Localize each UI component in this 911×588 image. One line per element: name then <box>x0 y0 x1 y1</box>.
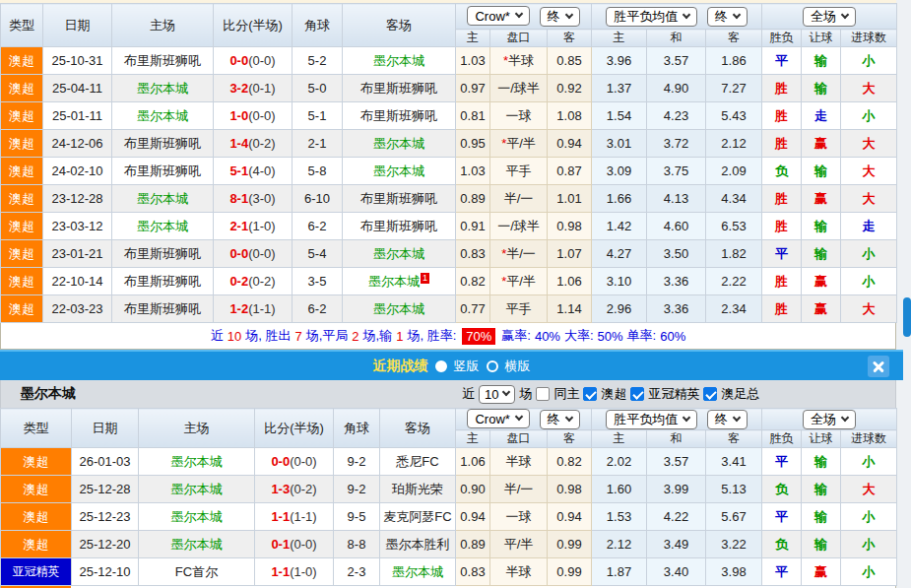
away-team-link[interactable]: 悉尼FC <box>380 448 456 476</box>
away-team-name[interactable]: 珀斯光荣 <box>392 482 443 496</box>
draw-count: 2 <box>352 329 358 344</box>
fulltime-score[interactable]: 0-1 <box>271 537 290 552</box>
home-team-link[interactable]: 布里斯班狮吼 <box>112 130 214 158</box>
fulltime-score[interactable]: 0-0 <box>271 454 290 469</box>
away-team-name[interactable]: 布里斯班狮吼 <box>360 191 437 206</box>
cup-filter-checkbox[interactable] <box>703 387 717 401</box>
home-team-link[interactable]: 墨尔本城 <box>139 503 255 531</box>
match-score[interactable]: 8-1(3-0) <box>214 185 293 213</box>
match-score[interactable]: 5-1(4-0) <box>214 158 293 185</box>
fulltime-score[interactable]: 2-1 <box>229 219 248 233</box>
fulltime-score[interactable]: 1-4 <box>229 136 248 151</box>
match-score[interactable]: 0-0(0-0) <box>214 47 293 75</box>
away-team-link[interactable]: 墨尔本城 <box>343 47 456 75</box>
fulltime-score[interactable]: 1-3 <box>271 482 290 496</box>
away-handicap-odds: 0.94 <box>548 130 592 158</box>
away-team-name[interactable]: 布里斯班狮吼 <box>360 108 437 123</box>
avg-select[interactable]: 胜平负均值 <box>606 7 697 27</box>
away-team-name[interactable]: 墨尔本城 <box>368 274 420 289</box>
scope-select[interactable]: 全场 <box>803 410 856 429</box>
home-team-link[interactable]: 布里斯班狮吼 <box>112 240 214 268</box>
away-team-name[interactable]: 墨尔本城 <box>373 163 424 178</box>
home-team-link[interactable]: 布里斯班狮吼 <box>112 268 214 295</box>
fulltime-score[interactable]: 3-2 <box>229 81 248 96</box>
match-score[interactable]: 0-1(0-0) <box>255 531 334 558</box>
league-badge: 澳超 <box>1 102 43 130</box>
away-team-link[interactable]: 布里斯班狮吼 <box>343 75 456 102</box>
avg-draw-odds: 4.60 <box>647 213 706 240</box>
fulltime-score[interactable]: 0-0 <box>229 246 248 261</box>
away-team-name[interactable]: 墨尔本城 <box>392 564 443 579</box>
fulltime-score[interactable]: 1-2 <box>229 301 248 316</box>
fulltime-score[interactable]: 0-2 <box>229 274 248 289</box>
home-team-link[interactable]: 布里斯班狮吼 <box>112 158 214 185</box>
final1-select[interactable]: 终 <box>540 7 580 27</box>
away-team-link[interactable]: 布里斯班狮吼 <box>343 213 456 240</box>
away-team-name[interactable]: 布里斯班狮吼 <box>360 81 437 96</box>
scrollbar-thumb[interactable] <box>903 297 911 337</box>
fulltime-score[interactable]: 1-1 <box>271 509 290 524</box>
home-team-link[interactable]: 墨尔本城 <box>139 531 255 558</box>
match-score[interactable]: 1-2(1-1) <box>214 295 293 323</box>
home-team-link[interactable]: 墨尔本城 <box>139 448 255 476</box>
fulltime-score[interactable]: 1-1 <box>271 564 290 579</box>
away-team-link[interactable]: 麦克阿瑟FC <box>380 503 456 531</box>
away-team-link[interactable]: 墨尔本城 <box>343 295 456 323</box>
vertical-layout-radio[interactable] <box>435 360 447 372</box>
home-team-link[interactable]: 墨尔本城 <box>112 185 214 213</box>
fulltime-score[interactable]: 8-1 <box>229 191 248 206</box>
match-score[interactable]: 0-0(0-0) <box>255 448 334 476</box>
match-score[interactable]: 0-2(0-2) <box>214 268 293 295</box>
away-team-name[interactable]: 墨尔本城 <box>373 53 424 68</box>
home-team-link[interactable]: 墨尔本城 <box>139 476 255 503</box>
away-team-name[interactable]: 墨尔本胜利 <box>386 537 450 552</box>
away-team-name[interactable]: 墨尔本城 <box>373 136 424 151</box>
away-team-link[interactable]: 珀斯光荣 <box>380 476 456 503</box>
away-team-name[interactable]: 布里斯班狮吼 <box>360 219 437 233</box>
home-team-link[interactable]: 墨尔本城 <box>112 102 214 130</box>
same-home-checkbox[interactable] <box>536 387 550 401</box>
home-team-link[interactable]: 墨尔本城 <box>112 75 214 102</box>
away-team-link[interactable]: 墨尔本胜利 <box>380 531 456 558</box>
company-select[interactable]: Crow* <box>467 409 529 428</box>
horizontal-layout-radio[interactable] <box>487 360 498 372</box>
away-team-link[interactable]: 墨尔本城 <box>380 558 456 586</box>
home-team-link[interactable]: 布里斯班狮吼 <box>112 295 214 323</box>
match-score[interactable]: 1-1(1-0) <box>255 558 334 586</box>
away-team-name[interactable]: 墨尔本城 <box>373 301 424 316</box>
recent-count-select[interactable]: 10 <box>479 385 515 404</box>
match-score[interactable]: 1-1(1-1) <box>255 503 334 531</box>
away-team-name[interactable]: 墨尔本城 <box>373 246 424 261</box>
away-team-link[interactable]: 墨尔本城 <box>343 158 456 185</box>
handicap-result-cell: 输 <box>802 158 841 185</box>
away-team-link[interactable]: 墨尔本城1 <box>343 268 456 295</box>
home-team-link[interactable]: FC首尔 <box>139 558 255 586</box>
away-team-link[interactable]: 墨尔本城 <box>343 240 456 268</box>
match-score[interactable]: 1-3(0-2) <box>255 476 334 503</box>
match-score[interactable]: 2-1(1-0) <box>214 213 293 240</box>
avg-away-odds: 6.53 <box>706 213 762 240</box>
home-team-link[interactable]: 墨尔本城 <box>112 213 214 240</box>
away-team-link[interactable]: 布里斯班狮吼 <box>343 102 456 130</box>
fulltime-score[interactable]: 1-0 <box>229 108 248 123</box>
fulltime-score[interactable]: 0-0 <box>229 53 248 68</box>
company-select[interactable]: Crow* <box>467 6 529 26</box>
match-score[interactable]: 1-4(0-2) <box>214 130 293 158</box>
match-score[interactable]: 0-0(0-0) <box>214 240 293 268</box>
away-team-name[interactable]: 悉尼FC <box>396 454 438 469</box>
league-filter-checkbox[interactable] <box>583 387 597 401</box>
match-score[interactable]: 1-0(0-0) <box>214 102 293 130</box>
final1-select[interactable]: 终 <box>540 410 580 429</box>
final2-select[interactable]: 终 <box>707 7 748 27</box>
close-icon[interactable] <box>868 356 889 377</box>
away-team-link[interactable]: 墨尔本城 <box>343 130 456 158</box>
away-team-name[interactable]: 麦克阿瑟FC <box>383 509 451 524</box>
scope-select[interactable]: 全场 <box>803 7 856 27</box>
match-score[interactable]: 3-2(0-1) <box>214 75 293 102</box>
final2-select[interactable]: 终 <box>707 410 748 429</box>
away-team-link[interactable]: 布里斯班狮吼 <box>343 185 456 213</box>
home-team-link[interactable]: 布里斯班狮吼 <box>112 47 214 75</box>
fulltime-score[interactable]: 5-1 <box>229 163 248 178</box>
avg-select[interactable]: 胜平负均值 <box>606 410 697 429</box>
acl-filter-checkbox[interactable] <box>630 387 644 401</box>
